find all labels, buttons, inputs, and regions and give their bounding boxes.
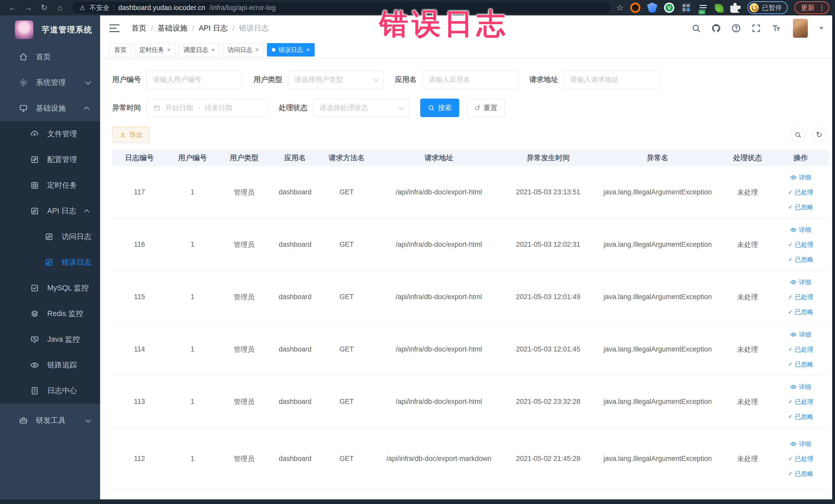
browser-forward-icon[interactable]: → — [22, 0, 35, 15]
tab-access-log[interactable]: 访问日志× — [223, 43, 264, 57]
close-icon[interactable]: × — [167, 46, 171, 54]
close-icon[interactable]: × — [256, 46, 259, 54]
mark-processed-link[interactable]: ✓ 已处理 — [788, 188, 813, 196]
sidebar-item-devtools[interactable]: 研发工具 — [0, 408, 100, 434]
mark-processed-link[interactable]: ✓ 已处理 — [788, 455, 813, 463]
mark-ignored-link[interactable]: ✓ 已忽略 — [788, 360, 813, 368]
breadcrumb-item[interactable]: 基础设施 — [158, 23, 187, 33]
app-name-input[interactable] — [429, 76, 512, 84]
calendar-icon — [153, 104, 161, 112]
sidebar-item-infra[interactable]: 基础设施 — [0, 96, 100, 121]
table-body: 117 1 管理员 dashboard GET /api/infra/db-do… — [112, 166, 829, 490]
breadcrumb-item[interactable]: 首页 — [131, 23, 146, 33]
bookmark-star-icon[interactable]: ☆ — [616, 3, 624, 13]
sidebar-item-mysql-monitor[interactable]: MySQL 监控 — [0, 275, 100, 301]
detail-link[interactable]: 详细 — [790, 440, 811, 448]
sidebar-item-access-log[interactable]: 访问日志 — [0, 224, 100, 249]
tab-home[interactable]: 首页 — [109, 43, 131, 57]
sidebar-item-log-center[interactable]: 日志中心 — [0, 378, 100, 404]
help-icon[interactable] — [731, 23, 741, 33]
browser-reload-icon[interactable]: ↻ — [38, 0, 51, 15]
sidebar-item-error-log[interactable]: 错误日志 — [0, 249, 100, 275]
sidebar-logo-row[interactable]: 芋道管理系统 — [0, 15, 100, 44]
mark-ignored-link[interactable]: ✓ 已忽略 — [788, 203, 813, 211]
tab-label: 访问日志 — [228, 46, 252, 54]
table-row: 116 1 管理员 dashboard GET /api/infra/db-do… — [112, 219, 829, 271]
close-icon[interactable]: × — [306, 46, 310, 54]
browser-scrollbar[interactable] — [832, 15, 835, 504]
access-log-icon — [45, 233, 54, 241]
github-icon[interactable] — [711, 23, 721, 33]
tab-scheduled-jobs[interactable]: 定时任务× — [135, 43, 176, 57]
profile-paused-chip[interactable]: 已暂停 — [747, 1, 788, 14]
extension-v-icon[interactable]: V — [664, 3, 674, 13]
sidebar-item-label: 基础设施 — [36, 103, 85, 114]
sidebar-item-file-manage[interactable]: 文件管理 — [0, 121, 100, 147]
mark-ignored-link[interactable]: ✓ 已忽略 — [788, 469, 813, 478]
extension-orange-icon[interactable] — [630, 3, 640, 13]
extension-on-icon[interactable]: on — [698, 3, 708, 13]
reset-button[interactable]: ↺ 重置 — [467, 99, 505, 117]
mark-ignored-link[interactable]: ✓ 已忽略 — [788, 308, 813, 316]
mark-processed-link[interactable]: ✓ 已处理 — [788, 398, 813, 406]
user-avatar[interactable] — [793, 19, 808, 38]
sidebar-item-config-manage[interactable]: 配置管理 — [0, 147, 100, 173]
browser-back-icon[interactable]: ← — [6, 0, 19, 15]
sidebar-item-scheduled-jobs[interactable]: 定时任务 — [0, 173, 100, 198]
close-icon[interactable]: × — [211, 46, 215, 54]
sidebar-collapse-icon[interactable] — [109, 24, 120, 32]
browser-menu-icon[interactable]: ⋮ — [818, 4, 826, 12]
request-url-input[interactable] — [570, 76, 653, 84]
extension-shield-icon[interactable] — [647, 3, 657, 13]
extensions-puzzle-icon[interactable] — [730, 3, 740, 13]
detail-link[interactable]: 详细 — [790, 383, 811, 391]
browser-update-button[interactable]: 更新 ⋮ — [794, 1, 829, 14]
browser-home-icon[interactable]: ⌂ — [54, 0, 67, 15]
ignored-link-label: 已忽略 — [795, 256, 813, 264]
sidebar-item-trace[interactable]: 链路追踪 — [0, 352, 100, 378]
export-button[interactable]: 导出 — [112, 127, 150, 143]
sidebar-item-java-monitor[interactable]: Java 监控 — [0, 327, 100, 352]
tab-error-log[interactable]: 错误日志× — [267, 43, 315, 57]
address-bar[interactable]: ⚠ 不安全 dashboard.yudao.iocoder.cn/infra/l… — [73, 2, 610, 13]
mark-processed-link[interactable]: ✓ 已处理 — [788, 293, 813, 301]
font-size-icon[interactable] — [771, 23, 781, 33]
check-icon: ✓ — [788, 361, 793, 368]
detail-link[interactable]: 详细 — [790, 173, 811, 182]
detail-link[interactable]: 详细 — [790, 278, 811, 286]
tab-schedule-log[interactable]: 调度日志× — [179, 43, 220, 57]
refresh-icon: ↻ — [816, 131, 822, 139]
search-toggle-button[interactable] — [791, 127, 805, 142]
user-id-input[interactable] — [153, 76, 236, 84]
cell-user-type: 管理员 — [219, 345, 270, 354]
filter-user-type: 用户类型 请选择用户类型 — [253, 70, 384, 89]
sidebar-item-home[interactable]: 首页 — [0, 44, 100, 70]
avatar-caret-icon[interactable] — [819, 27, 824, 30]
mark-processed-link[interactable]: ✓ 已处理 — [788, 241, 813, 249]
extension-grid-icon[interactable] — [681, 3, 691, 13]
mark-ignored-link[interactable]: ✓ 已忽略 — [788, 256, 813, 264]
filter-row-1: 用户编号 用户类型 请选择用户类型 应用名 — [112, 70, 829, 89]
security-label: 不安全 — [89, 3, 109, 12]
fullscreen-icon[interactable] — [751, 23, 761, 33]
sidebar-item-api-log[interactable]: API 日志 — [0, 198, 100, 224]
date-range-picker[interactable]: 开始日期 - 结束日期 — [147, 99, 267, 117]
detail-link-label: 详细 — [799, 226, 811, 234]
detail-link[interactable]: 详细 — [790, 330, 811, 339]
sidebar-item-system[interactable]: 系统管理 — [0, 70, 100, 96]
refresh-button[interactable]: ↻ — [812, 127, 826, 142]
sidebar-item-redis-monitor[interactable]: Redis 监控 — [0, 301, 100, 327]
mark-processed-link[interactable]: ✓ 已处理 — [788, 345, 813, 354]
user-type-select[interactable]: 请选择用户类型 — [288, 70, 384, 89]
search-button[interactable]: 搜索 — [420, 99, 459, 117]
detail-link[interactable]: 详细 — [790, 226, 811, 234]
process-status-select[interactable]: 请选择处理状态 — [313, 99, 409, 117]
extension-leaf-icon[interactable] — [715, 4, 724, 13]
column-header: 日志编号 — [112, 153, 167, 163]
select-placeholder: 请选择处理状态 — [320, 103, 368, 113]
cell-user-type: 管理员 — [219, 293, 270, 302]
breadcrumb-separator: / — [232, 24, 235, 33]
breadcrumb-item[interactable]: API 日志 — [199, 23, 228, 33]
search-icon[interactable] — [691, 23, 701, 33]
mark-ignored-link[interactable]: ✓ 已忽略 — [788, 412, 813, 421]
